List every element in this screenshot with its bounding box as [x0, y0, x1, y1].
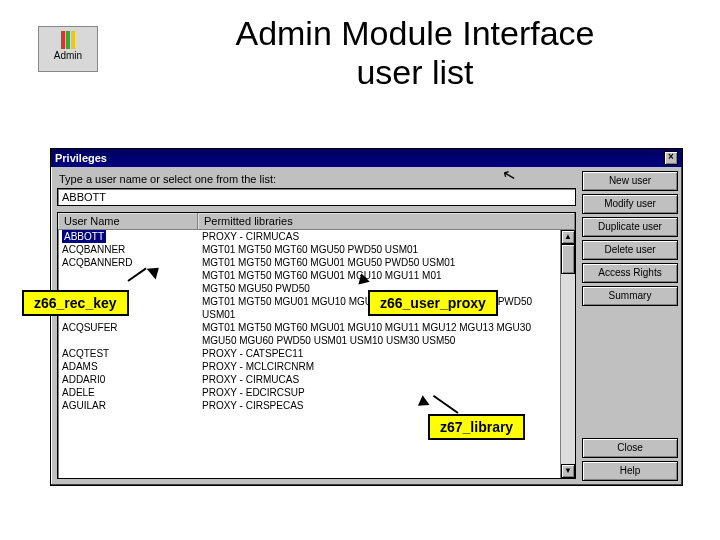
table-row[interactable]: ACQBANNERMGT01 MGT50 MGT60 MGU50 PWD50 U…	[58, 243, 560, 256]
header-permitted-libraries[interactable]: Permitted libraries	[198, 213, 575, 229]
duplicate-user-button[interactable]: Duplicate user	[582, 217, 678, 237]
summary-button[interactable]: Summary	[582, 286, 678, 306]
list-rows[interactable]: ABBOTTPROXY - CIRMUCASACQBANNERMGT01 MGT…	[58, 230, 560, 478]
scroll-down-button[interactable]: ▼	[561, 464, 575, 478]
slide-title: Admin Module Interface user list	[110, 14, 720, 92]
new-user-button[interactable]: New user	[582, 171, 678, 191]
table-row[interactable]: ADAMSPROXY - MCLCIRCNRM	[58, 360, 560, 373]
table-row[interactable]: ADELEPROXY - EDCIRCSUP	[58, 386, 560, 399]
access-rights-button[interactable]: Access Rights	[582, 263, 678, 283]
scroll-up-button[interactable]: ▲	[561, 230, 575, 244]
close-button[interactable]: Close	[582, 438, 678, 458]
help-button[interactable]: Help	[582, 461, 678, 481]
window-title: Privileges	[55, 152, 107, 164]
admin-module-chip: Admin	[38, 26, 98, 72]
delete-user-button[interactable]: Delete user	[582, 240, 678, 260]
modify-user-button[interactable]: Modify user	[582, 194, 678, 214]
window-titlebar[interactable]: Privileges ×	[51, 149, 682, 167]
table-row[interactable]: ACQSUFERMGT01 MGT50 MGT60 MGU01 MGU10 MG…	[58, 321, 560, 347]
admin-icon	[60, 31, 76, 49]
header-user-name[interactable]: User Name	[58, 213, 198, 229]
list-header: User Name Permitted libraries	[58, 213, 575, 230]
window-close-button[interactable]: ×	[664, 151, 678, 165]
admin-chip-label: Admin	[39, 50, 97, 61]
username-input[interactable]	[57, 188, 576, 206]
table-row[interactable]: ABBOTTPROXY - CIRMUCAS	[58, 230, 560, 243]
instruction-label: Type a user name or select one from the …	[59, 173, 576, 185]
table-row[interactable]: AGUILARPROXY - CIRSPECAS	[58, 399, 560, 412]
table-row[interactable]: ACQBANNERDMGT01 MGT50 MGT60 MGU01 MGU50 …	[58, 256, 560, 269]
privileges-window: Privileges × Type a user name or select …	[50, 148, 683, 486]
table-row[interactable]: ADDARI0PROXY - CIRMUCAS	[58, 373, 560, 386]
vertical-scrollbar[interactable]: ▲ ▼	[560, 230, 575, 478]
table-row[interactable]: ACQTESTPROXY - CATSPEC11	[58, 347, 560, 360]
callout-z67-library: z67_library	[428, 414, 525, 440]
button-column: New user Modify user Duplicate user Dele…	[582, 167, 682, 485]
callout-z66-rec-key: z66_rec_key	[22, 290, 129, 316]
callout-z66-user-proxy: z66_user_proxy	[368, 290, 498, 316]
scroll-thumb[interactable]	[561, 244, 575, 274]
